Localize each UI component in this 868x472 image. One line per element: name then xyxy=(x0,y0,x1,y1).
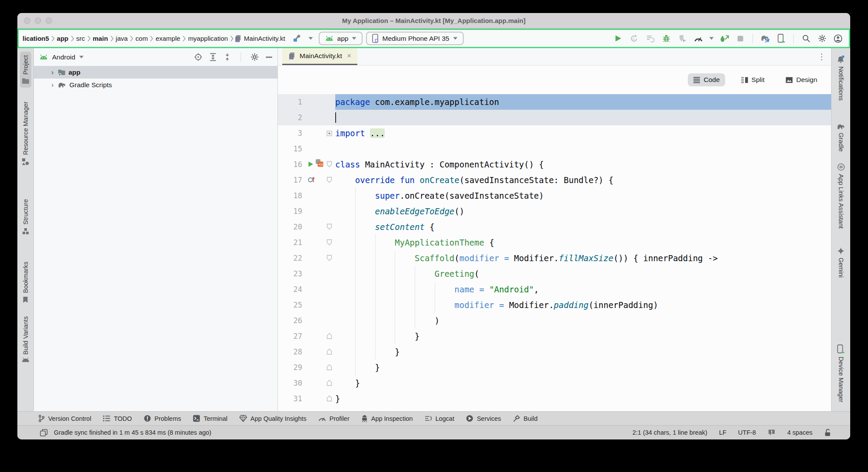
device-select[interactable]: Medium Phone API 35 xyxy=(366,32,463,45)
mode-design-button[interactable]: Design xyxy=(780,73,822,86)
chevron-down-icon[interactable] xyxy=(79,56,84,59)
code-text[interactable]: Greeting( xyxy=(335,266,831,282)
line-separator[interactable]: LF xyxy=(719,429,726,436)
lock-open-icon[interactable] xyxy=(824,429,831,436)
code-text[interactable]: modifier = Modifier.padding(innerPadding… xyxy=(335,297,831,313)
code-text[interactable] xyxy=(335,110,831,125)
sidebar-item-structure[interactable]: Structure xyxy=(20,196,31,238)
locate-file-icon[interactable] xyxy=(194,53,202,61)
fold-close-icon[interactable] xyxy=(327,328,332,344)
debug-button[interactable] xyxy=(660,32,673,45)
attach-debugger-button[interactable] xyxy=(676,32,689,45)
expand-chevron-icon[interactable]: › xyxy=(51,81,54,89)
code-text[interactable]: import ... xyxy=(335,125,831,141)
apply-changes-restart-button[interactable]: A xyxy=(627,32,640,45)
notification-balloon-icon[interactable] xyxy=(768,429,776,436)
fold-open-icon[interactable] xyxy=(327,219,332,235)
fold-open-icon[interactable] xyxy=(327,157,332,172)
run-small-gutter-button[interactable] xyxy=(307,157,314,172)
breadcrumb-item-myapplication[interactable]: myapplication xyxy=(187,35,229,42)
code-text[interactable]: } xyxy=(335,344,831,360)
sync-gradle-button[interactable] xyxy=(759,32,772,45)
stop-button[interactable] xyxy=(734,32,747,45)
sidebar-item-gradle[interactable]: Gradle xyxy=(835,120,847,155)
toolwindow-button-services[interactable]: Services xyxy=(466,415,501,422)
code-text[interactable] xyxy=(335,141,831,157)
toolwindow-button-logcat[interactable]: Logcat xyxy=(425,415,455,422)
fold-open-icon[interactable] xyxy=(327,172,332,188)
toolwindow-button-build[interactable]: Build xyxy=(513,415,538,422)
breadcrumb-item-src[interactable]: src xyxy=(75,35,86,42)
compose-gutter-button[interactable]: <> xyxy=(315,157,324,172)
profile-low-overhead-button[interactable] xyxy=(718,32,731,45)
toolwindow-button-terminal[interactable]: Terminal xyxy=(193,415,228,422)
sidebar-item-build-variants[interactable]: Build Variants xyxy=(20,313,31,366)
device-manager-button[interactable] xyxy=(775,32,788,45)
code-text[interactable]: setContent { xyxy=(335,219,831,235)
account-button[interactable] xyxy=(832,32,845,45)
chevron-down-icon[interactable] xyxy=(708,37,715,40)
fold-plus-icon[interactable] xyxy=(327,125,332,141)
sidebar-item-gemini[interactable]: Gemini xyxy=(835,244,846,281)
chevron-down-icon[interactable] xyxy=(307,37,314,40)
fold-open-icon[interactable] xyxy=(327,250,332,266)
build-tool-button[interactable] xyxy=(291,32,304,45)
tree-node-gradle-scripts[interactable]: ›Gradle Scripts xyxy=(34,79,277,91)
fold-close-icon[interactable] xyxy=(327,391,332,406)
code-text[interactable]: ) xyxy=(335,313,831,328)
code-editor[interactable]: ✓ 1package com.example.myapplication23im… xyxy=(278,94,831,411)
sidebar-item-project[interactable]: Project xyxy=(20,52,31,88)
code-text[interactable]: name = "Android", xyxy=(335,282,831,297)
expand-all-icon[interactable] xyxy=(209,53,217,61)
sidebar-item-device-manager[interactable]: Device Manager xyxy=(835,341,846,406)
indent-setting[interactable]: 4 spaces xyxy=(787,429,812,436)
sidebar-item-app-links-assistant[interactable]: App Links Assistant xyxy=(835,160,847,232)
hide-panel-icon[interactable] xyxy=(266,56,272,58)
toolwindow-button-problems[interactable]: Problems xyxy=(144,415,181,422)
code-text[interactable]: package com.example.myapplication xyxy=(335,94,831,110)
breadcrumb-item-com[interactable]: com xyxy=(134,35,149,42)
mode-code-button[interactable]: Code xyxy=(688,73,725,86)
toolwindow-button-profiler[interactable]: Profiler xyxy=(318,415,350,422)
fold-close-icon[interactable] xyxy=(327,344,332,360)
code-text[interactable] xyxy=(335,406,831,411)
code-text[interactable]: } xyxy=(335,375,831,391)
tab-mainactivity[interactable]: MainActivity.kt × xyxy=(282,48,357,65)
caret-position[interactable]: 2:1 (34 chars, 1 line break) xyxy=(632,429,707,436)
code-text[interactable]: Scaffold(modifier = Modifier.fillMaxSize… xyxy=(335,250,831,266)
override-gutter-button[interactable] xyxy=(307,172,315,188)
close-tab-icon[interactable]: × xyxy=(347,52,351,60)
mode-split-button[interactable]: Split xyxy=(736,73,770,86)
profiler-button[interactable] xyxy=(692,32,705,45)
file-encoding[interactable]: UTF-8 xyxy=(738,429,756,436)
toolwindow-button-app-quality-insights[interactable]: App Quality Insights xyxy=(239,415,307,422)
code-text[interactable]: enableEdgeToEdge() xyxy=(335,203,831,219)
breadcrumb-item-mainactivity-kt[interactable]: MainActivity.kt xyxy=(243,35,287,42)
run-configuration-select[interactable]: app xyxy=(319,32,363,45)
code-text[interactable]: super.onCreate(savedInstanceState) xyxy=(335,188,831,203)
fold-open-icon[interactable] xyxy=(327,235,332,250)
run-button[interactable] xyxy=(611,32,624,45)
collapse-all-icon[interactable] xyxy=(224,53,231,61)
code-text[interactable]: } xyxy=(335,360,831,375)
code-text[interactable]: } xyxy=(335,328,831,344)
tree-node-app[interactable]: ›app xyxy=(34,66,277,79)
fold-close-icon[interactable] xyxy=(327,360,332,375)
gear-icon[interactable] xyxy=(251,53,259,61)
editor-options-icon[interactable]: ⋮ xyxy=(818,52,826,62)
sidebar-item-notifications[interactable]: Notifications xyxy=(835,52,847,104)
toolwindow-button-todo[interactable]: TODO xyxy=(103,415,132,422)
breadcrumb-item-java[interactable]: java xyxy=(115,35,129,42)
search-everywhere-button[interactable] xyxy=(799,32,812,45)
code-text[interactable]: class MainActivity : ComponentActivity()… xyxy=(335,157,831,172)
breadcrumb-item-lication5[interactable]: lication5 xyxy=(21,35,50,42)
sidebar-item-bookmarks[interactable]: Bookmarks xyxy=(20,258,31,307)
toolwindow-button-app-inspection[interactable]: App Inspection xyxy=(361,415,413,422)
breadcrumb-item-main[interactable]: main xyxy=(92,35,109,42)
apply-code-changes-button[interactable] xyxy=(644,32,657,45)
sidebar-item-resource-manager[interactable]: Resource Manager xyxy=(20,98,31,169)
code-text[interactable]: override fun onCreate(savedInstanceState… xyxy=(335,172,831,188)
fold-close-icon[interactable] xyxy=(327,375,332,391)
toolwindow-button-version-control[interactable]: Version Control xyxy=(38,415,91,422)
settings-button[interactable] xyxy=(815,32,828,45)
